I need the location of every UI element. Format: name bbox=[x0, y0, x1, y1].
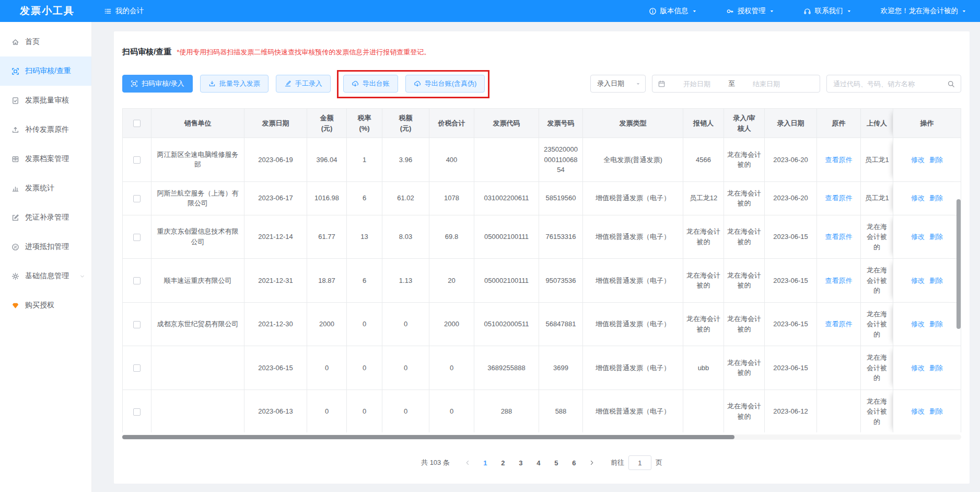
row-checkbox[interactable] bbox=[133, 156, 141, 164]
column-header-uploader: 上传人 bbox=[861, 109, 893, 138]
batch-import-invoice-button[interactable]: 批量导入发票 bbox=[200, 75, 269, 93]
cell-rate: 13 bbox=[347, 215, 382, 259]
row-delete-link[interactable]: 删除 bbox=[929, 277, 943, 284]
batch-audit-icon bbox=[11, 97, 19, 105]
topbar-menu-1[interactable]: 授权管理 bbox=[726, 6, 774, 16]
row-delete-link[interactable]: 删除 bbox=[929, 156, 943, 164]
sidebar-item-0[interactable]: 首页 bbox=[0, 27, 91, 56]
pagination-total: 共 103 条 bbox=[421, 458, 450, 467]
row-edit-link[interactable]: 修改 bbox=[911, 156, 925, 164]
sidebar-item-8[interactable]: 基础信息管理 bbox=[0, 261, 91, 291]
row-checkbox[interactable] bbox=[133, 364, 141, 372]
caret-down-icon bbox=[692, 9, 697, 14]
date-range-picker: 至 bbox=[652, 75, 820, 93]
sidebar-item-4[interactable]: 发票档案管理 bbox=[0, 144, 91, 174]
row-checkbox[interactable] bbox=[133, 195, 141, 202]
cell-number: 588 bbox=[539, 390, 583, 432]
view-original-link[interactable]: 查看原件 bbox=[825, 194, 853, 202]
row-checkbox[interactable] bbox=[133, 234, 141, 241]
cell-code bbox=[474, 138, 539, 182]
topbar-nav-my-accounting[interactable]: 我的会计 bbox=[104, 6, 144, 16]
cell-total: 400 bbox=[429, 138, 474, 182]
cell-original: 查看原件 bbox=[817, 138, 861, 182]
key-icon bbox=[726, 7, 734, 15]
horizontal-scrollbar[interactable] bbox=[122, 434, 961, 440]
cell-original: 查看原件 bbox=[817, 302, 861, 346]
sidebar-item-3[interactable]: 补传发票原件 bbox=[0, 115, 91, 144]
view-original-link[interactable]: 查看原件 bbox=[825, 320, 853, 328]
chevron-left-icon bbox=[464, 460, 471, 466]
sidebar-item-7[interactable]: 进项抵扣管理 bbox=[0, 232, 91, 261]
toolbar: 扫码审核/录入 批量导入发票 手工录入 bbox=[122, 75, 961, 93]
row-delete-link[interactable]: 删除 bbox=[929, 364, 943, 372]
topbar-menu-3[interactable]: 欢迎您！龙在海会计被的 bbox=[881, 6, 967, 16]
select-all-checkbox[interactable] bbox=[133, 120, 141, 127]
row-checkbox[interactable] bbox=[133, 408, 141, 416]
topbar-menu-2[interactable]: 联系我们 bbox=[803, 6, 851, 16]
horizontal-scrollbar-thumb[interactable] bbox=[122, 435, 734, 439]
cell-tax: 0 bbox=[382, 390, 429, 432]
settings-icon bbox=[11, 272, 19, 280]
pagination-goto-input[interactable] bbox=[628, 455, 651, 470]
sidebar-item-6[interactable]: 凭证补录管理 bbox=[0, 203, 91, 232]
pagination-prev-button[interactable] bbox=[460, 455, 475, 470]
pagination-page-5[interactable]: 5 bbox=[549, 455, 564, 470]
table-row: 两江新区全速电脑维修服务部2023-06-19396.0413.96400235… bbox=[123, 138, 961, 182]
toolbar-buttons: 扫码审核/录入 批量导入发票 手工录入 bbox=[122, 75, 485, 93]
scan-audit-entry-button[interactable]: 扫码审核/录入 bbox=[122, 75, 193, 93]
view-original-link[interactable]: 查看原件 bbox=[825, 233, 853, 241]
sidebar-item-9[interactable]: 购买授权 bbox=[0, 291, 91, 320]
pagination-page-3[interactable]: 3 bbox=[514, 455, 528, 470]
cell-entry_date: 2023-06-20 bbox=[765, 138, 817, 182]
cell-total: 0 bbox=[429, 346, 474, 390]
search-icon[interactable] bbox=[947, 80, 955, 88]
sidebar-item-5[interactable]: 发票统计 bbox=[0, 174, 91, 203]
export-ledger-button[interactable]: 导出台账 bbox=[343, 75, 398, 93]
cell-uploader: 龙在海会计被的 bbox=[861, 390, 893, 432]
pagination-page-4[interactable]: 4 bbox=[531, 455, 546, 470]
cell-original: 查看原件 bbox=[817, 181, 861, 215]
sidebar-item-1[interactable]: 扫码审核/查重 bbox=[0, 56, 91, 86]
row-checkbox[interactable] bbox=[133, 321, 141, 328]
row-edit-link[interactable]: 修改 bbox=[911, 320, 925, 328]
date-type-select[interactable]: 录入日期 bbox=[590, 75, 646, 93]
search-input[interactable] bbox=[833, 80, 943, 88]
row-delete-link[interactable]: 删除 bbox=[929, 233, 943, 241]
row-edit-link[interactable]: 修改 bbox=[911, 194, 925, 202]
vertical-scrollbar[interactable] bbox=[956, 108, 961, 432]
cell-reporter: 龙在海会计被的 bbox=[683, 215, 724, 259]
pagination-page-2[interactable]: 2 bbox=[496, 455, 510, 470]
cell-auditor: 龙在海会计被的 bbox=[724, 181, 765, 215]
cell-uploader: 龙在海会计被的 bbox=[861, 259, 893, 303]
caret-down-icon bbox=[847, 9, 851, 14]
vertical-scrollbar-thumb[interactable] bbox=[956, 199, 961, 329]
row-edit-link[interactable]: 修改 bbox=[911, 233, 925, 241]
topbar-menu-0[interactable]: 版本信息 bbox=[649, 6, 697, 16]
start-date-input[interactable] bbox=[669, 80, 725, 88]
view-original-link[interactable]: 查看原件 bbox=[825, 277, 853, 284]
row-edit-link[interactable]: 修改 bbox=[911, 407, 925, 415]
import-icon bbox=[208, 80, 216, 87]
calendar-icon bbox=[658, 80, 666, 88]
row-actions-cell: 修改删除 bbox=[893, 215, 961, 259]
row-checkbox[interactable] bbox=[133, 277, 141, 284]
cell-date: 2023-06-17 bbox=[244, 181, 307, 215]
pagination-next-button[interactable] bbox=[585, 455, 599, 470]
view-original-link[interactable]: 查看原件 bbox=[825, 156, 853, 164]
cell-code: 051002000511 bbox=[474, 302, 539, 346]
export-ledger-with-authenticity-button[interactable]: 导出台账(含真伪) bbox=[405, 75, 485, 93]
row-delete-link[interactable]: 删除 bbox=[929, 320, 943, 328]
manual-entry-button[interactable]: 手工录入 bbox=[276, 75, 331, 93]
chevron-down-icon bbox=[79, 273, 85, 279]
invoice-table: 销售单位发票日期金额 (元)税率 (%)税额 (元)价税合计发票代码发票号码发票… bbox=[122, 108, 961, 432]
row-delete-link[interactable]: 删除 bbox=[929, 407, 943, 415]
row-edit-link[interactable]: 修改 bbox=[911, 277, 925, 284]
pagination-page-1[interactable]: 1 bbox=[478, 455, 493, 470]
end-date-input[interactable] bbox=[738, 80, 795, 88]
pagination: 共 103 条 123456 前往 页 bbox=[122, 455, 961, 470]
row-edit-link[interactable]: 修改 bbox=[911, 364, 925, 372]
pagination-page-6[interactable]: 6 bbox=[567, 455, 581, 470]
row-delete-link[interactable]: 删除 bbox=[929, 194, 943, 202]
column-header-op: 操作 bbox=[893, 109, 961, 138]
sidebar-item-2[interactable]: 发票批量审核 bbox=[0, 86, 91, 115]
